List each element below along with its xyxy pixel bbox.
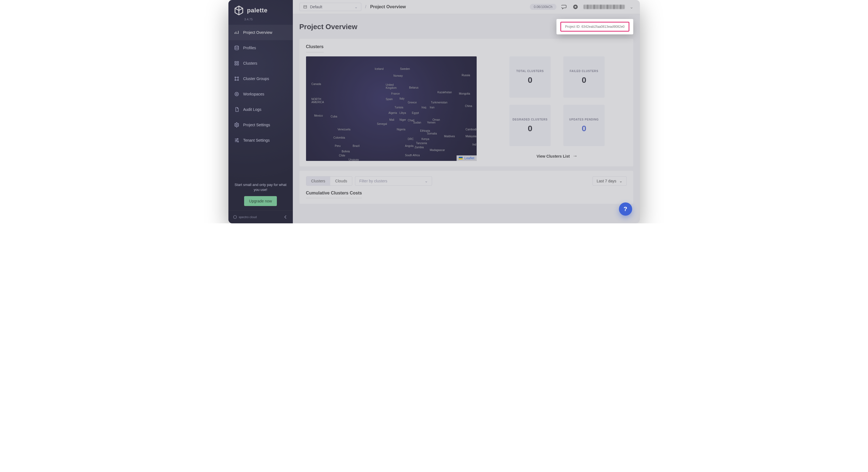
svg-point-7 <box>235 79 236 80</box>
map-country-label: Egypt <box>412 111 419 114</box>
filter-placeholder: Filter by clusters <box>359 179 387 183</box>
user-identity-redacted <box>583 5 625 9</box>
brand: palette <box>228 0 293 18</box>
map-country-label: Iceland <box>375 67 384 70</box>
brand-logo-icon <box>234 5 244 16</box>
clusters-heading: Clusters <box>306 44 323 53</box>
map-country-label: Madagascar <box>430 148 445 151</box>
map-country-label: Chad <box>408 119 414 122</box>
tab-clouds[interactable]: Clouds <box>330 177 352 186</box>
sidebar-item-profiles[interactable]: Profiles <box>228 40 293 56</box>
topbar: Default ⌄ / Project Overview 0.06/100kCh… <box>293 0 640 14</box>
map-country-label: Chile <box>339 154 345 157</box>
map-country-label: Uruguay <box>349 158 359 161</box>
map-country-label: Norway <box>394 74 403 77</box>
map-country-label: Kenya <box>422 138 429 140</box>
sidebar-item-workspaces[interactable]: Workspaces <box>228 87 293 102</box>
svg-point-10 <box>236 94 237 95</box>
svg-rect-1 <box>235 61 236 63</box>
svg-rect-4 <box>237 64 238 65</box>
stat-value: 0 <box>582 75 586 85</box>
scope-selector[interactable]: Default ⌄ <box>300 3 361 11</box>
user-menu-chevron-icon[interactable]: ⌄ <box>630 4 633 10</box>
cluster-map[interactable]: Leaflet IcelandSwedenRussiaNorwayCanadaU… <box>306 56 477 161</box>
svg-point-14 <box>238 141 238 142</box>
chevron-down-icon: ⌄ <box>425 179 428 183</box>
svg-point-5 <box>235 77 236 77</box>
project-id-callout: Project ID: 6342eab2faa0813ead9082e0 <box>556 19 633 34</box>
gear-icon <box>234 122 240 128</box>
costs-subheading: Cumulative Clusters Costs <box>306 191 362 198</box>
map-country-label: France <box>391 92 400 95</box>
sidebar-item-label: Profiles <box>243 46 256 50</box>
star-badge-icon[interactable] <box>572 4 579 10</box>
svg-point-11 <box>236 124 237 126</box>
map-country-label: Libya <box>400 111 406 114</box>
arrow-right-icon: → <box>572 153 578 159</box>
map-country-label: Sudan <box>413 121 421 124</box>
leaflet-label: Leaflet <box>464 156 474 160</box>
sidebar: palette 3.4.75 Project Overview Profiles… <box>228 0 293 223</box>
chat-icon[interactable] <box>561 4 567 10</box>
map-country-label: DRC <box>408 138 414 140</box>
leaflet-attribution[interactable]: Leaflet <box>457 156 476 161</box>
breadcrumb-separator: / <box>365 4 366 9</box>
sidebar-item-tenant-settings[interactable]: Tenant Settings <box>228 133 293 148</box>
sidebar-item-label: Workspaces <box>243 92 265 96</box>
brand-name: palette <box>247 7 268 14</box>
stat-value[interactable]: 0 <box>582 124 586 133</box>
map-country-label: Spain <box>386 98 393 101</box>
map-country-label: China <box>465 104 472 107</box>
filter-by-clusters-select[interactable]: Filter by clusters ⌄ <box>355 176 432 186</box>
stat-label: UPDATES PENDING <box>569 118 598 121</box>
map-country-label: Italy <box>400 97 405 100</box>
map-country-label: Greece <box>408 101 417 104</box>
page-title: Project Overview <box>300 23 358 31</box>
sidebar-item-audit-logs[interactable]: Audit Logs <box>228 102 293 117</box>
usage-pill: 0.06/100kCh <box>530 4 556 10</box>
map-country-label: Mongolia <box>459 92 470 95</box>
map-country-label: Canada <box>312 82 321 86</box>
stat-label: FAILED CLUSTERS <box>570 70 598 73</box>
svg-rect-3 <box>235 64 236 65</box>
map-country-label: Tunisia <box>395 106 403 109</box>
sidebar-item-project-settings[interactable]: Project Settings <box>228 117 293 133</box>
content: Clusters Leaflet IcelandSwedenRussiaNorw… <box>293 37 640 210</box>
svg-point-0 <box>235 46 238 47</box>
stat-failed-clusters: FAILED CLUSTERS 0 <box>563 56 604 98</box>
map-country-label: Iraq <box>422 106 426 109</box>
map-country-label: Tanzania <box>416 142 427 145</box>
profiles-icon <box>234 45 240 50</box>
workspaces-icon <box>234 91 240 97</box>
map-country-label: Kazakhstan <box>438 91 452 94</box>
svg-rect-2 <box>237 61 238 63</box>
project-id-value: 6342eab2faa0813ead9082e0 <box>582 25 625 29</box>
map-country-label: Malaysia <box>466 135 476 138</box>
sidebar-item-project-overview[interactable]: Project Overview <box>228 25 293 40</box>
help-fab-button[interactable]: ? <box>619 202 632 216</box>
tab-clusters[interactable]: Clusters <box>306 177 330 186</box>
upgrade-button[interactable]: Upgrade now <box>244 196 277 206</box>
footer-brand: spectro cloud <box>239 215 257 219</box>
view-clusters-link[interactable]: View Clusters List → <box>537 153 578 159</box>
map-country-label: Bolivia <box>342 150 350 153</box>
time-range-select[interactable]: Last 7 days ⌄ <box>592 176 627 186</box>
sidebar-item-label: Project Settings <box>243 123 270 127</box>
map-country-label: Turkmenistan <box>431 101 447 104</box>
map-country-label: Cambodia <box>466 128 477 131</box>
map-country-label: Senegal <box>377 123 387 126</box>
sidebar-item-clusters[interactable]: Clusters <box>228 56 293 71</box>
map-country-label: South Africa <box>405 154 420 157</box>
clusters-card: Clusters Leaflet IcelandSwedenRussiaNorw… <box>300 39 633 166</box>
sidebar-item-cluster-groups[interactable]: Cluster Groups <box>228 71 293 87</box>
audit-logs-icon <box>234 107 240 112</box>
stat-label: TOTAL CLUSTERS <box>516 70 544 73</box>
stat-total-clusters: TOTAL CLUSTERS 0 <box>509 56 551 98</box>
map-country-label: Zambia <box>415 146 424 149</box>
sidebar-item-label: Audit Logs <box>243 107 261 112</box>
svg-point-8 <box>238 79 238 80</box>
sidebar-item-label: Tenant Settings <box>243 138 270 142</box>
map-country-label: NORTH AMERICA <box>312 98 324 104</box>
sliders-icon <box>234 138 240 143</box>
sidebar-collapse-button[interactable] <box>282 214 288 220</box>
